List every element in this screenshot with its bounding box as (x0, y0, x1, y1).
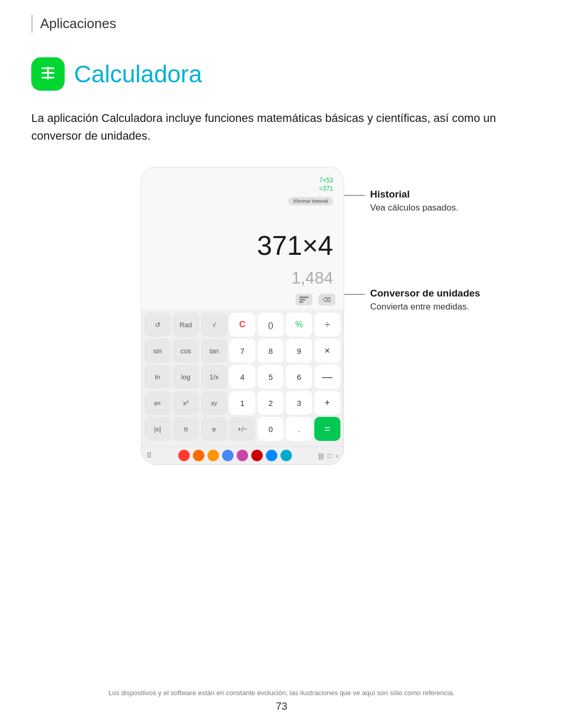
btn-xy[interactable]: xy (201, 391, 227, 415)
taskbar-app-1 (178, 450, 190, 461)
btn-0[interactable]: 0 (258, 417, 284, 441)
page-number: 73 (276, 700, 287, 712)
button-row-2: sin cos tan 7 8 9 × (144, 339, 340, 363)
section-title: Aplicaciones (40, 15, 116, 33)
taskbar-app-4 (222, 450, 234, 461)
btn-percent[interactable]: % (286, 313, 312, 337)
taskbar-app-6 (251, 450, 263, 461)
phone-mockup: 7×53 =371 Eliminar historial 371×4 1,484… (141, 167, 344, 465)
btn-7[interactable]: 7 (229, 339, 255, 363)
btn-1x[interactable]: 1/x (201, 365, 227, 389)
history-past: 7×53 (152, 177, 333, 184)
app-header: Calculadora (31, 57, 202, 91)
btn-decimal[interactable]: . (286, 417, 312, 441)
btn-divide[interactable]: ÷ (314, 313, 340, 337)
calc-buttons: ↺ Rad √ C () % ÷ sin cos tan 7 8 9 × ln (141, 310, 344, 446)
annotation-historial-line: Historial Vea cálculos pasados. (344, 189, 490, 215)
svg-rect-6 (299, 301, 303, 303)
btn-rad[interactable]: Rad (173, 313, 199, 337)
btn-pi[interactable]: π (173, 417, 199, 441)
button-row-1: ↺ Rad √ C () % ÷ (144, 313, 340, 337)
btn-x2[interactable]: x² (173, 391, 199, 415)
annotation-historial-title: Historial (370, 189, 458, 200)
control-row: ⌫ (141, 292, 344, 310)
btn-e[interactable]: e (201, 417, 227, 441)
annotation-historial-text: Historial Vea cálculos pasados. (365, 189, 458, 215)
btn-equals[interactable]: = (314, 417, 340, 441)
app-description: La aplicación Calculadora incluye funcio… (31, 109, 532, 145)
btn-sin[interactable]: sin (144, 339, 170, 363)
annotation-conversor-text: Conversor de unidades Convierta entre me… (365, 288, 480, 314)
btn-negate[interactable]: +/− (229, 417, 255, 441)
display-area: 371×4 1,484 (141, 214, 344, 292)
btn-2[interactable]: 2 (258, 391, 284, 415)
annotation-conversor-title: Conversor de unidades (370, 288, 480, 299)
taskbar-app-3 (207, 450, 219, 461)
btn-5[interactable]: 5 (258, 365, 284, 389)
btn-cos[interactable]: cos (173, 339, 199, 363)
btn-tan[interactable]: tan (201, 339, 227, 363)
annotation-dash-1 (344, 195, 365, 196)
btn-add[interactable]: + (314, 391, 340, 415)
section-border (31, 15, 33, 33)
button-row-3: ln log 1/x 4 5 6 — (144, 365, 340, 389)
history-area: 7×53 =371 Eliminar historial (141, 167, 344, 214)
annotation-conversor: Conversor de unidades Convierta entre me… (344, 288, 490, 314)
delete-button[interactable]: ⌫ (319, 294, 335, 305)
nav-back-icon[interactable]: ‹ (336, 452, 338, 460)
taskbar-app-2 (193, 450, 204, 461)
annotation-conversor-desc: Convierta entre medidas. (370, 301, 480, 314)
nav-bar: ||| □ ‹ (319, 452, 338, 460)
annotations: Historial Vea cálculos pasados. Converso… (344, 167, 490, 334)
history-result: =371 (152, 185, 333, 192)
status-bar: ⠿ ||| □ ‹ (141, 446, 344, 464)
annotation-dash-2 (344, 294, 365, 295)
btn-1[interactable]: 1 (229, 391, 255, 415)
btn-rotate[interactable]: ↺ (144, 313, 170, 337)
btn-subtract[interactable]: — (314, 365, 340, 389)
annotation-conversor-line: Conversor de unidades Convierta entre me… (344, 288, 490, 314)
current-expression: 371×4 (152, 219, 333, 266)
btn-multiply[interactable]: × (314, 339, 340, 363)
btn-6[interactable]: 6 (286, 365, 312, 389)
annotation-historial: Historial Vea cálculos pasados. (344, 189, 490, 215)
btn-log[interactable]: log (173, 365, 199, 389)
btn-ln[interactable]: ln (144, 365, 170, 389)
footer-note: Los dispositivos y el software están en … (31, 689, 532, 697)
btn-ex[interactable]: ex (144, 391, 170, 415)
result-preview: 1,484 (152, 268, 333, 292)
app-icon (31, 57, 65, 91)
unit-converter-button[interactable] (296, 294, 312, 305)
taskbar-app-7 (266, 450, 277, 461)
taskbar-icons (178, 450, 292, 461)
delete-history-button[interactable]: Eliminar historial (288, 197, 333, 205)
taskbar-app-8 (280, 450, 292, 461)
nav-home-icon[interactable]: □ (328, 452, 332, 460)
btn-sqrt[interactable]: √ (201, 313, 227, 337)
breadcrumb: Aplicaciones (31, 15, 116, 33)
svg-rect-5 (299, 299, 305, 301)
annotation-historial-desc: Vea cálculos pasados. (370, 202, 458, 215)
nav-menu-icon[interactable]: ||| (319, 452, 324, 460)
btn-parens[interactable]: () (258, 313, 284, 337)
app-icon-symbol (38, 63, 58, 85)
button-row-4: ex x² xy 1 2 3 + (144, 391, 340, 415)
app-title: Calculadora (74, 60, 202, 88)
btn-abs[interactable]: |x| (144, 417, 170, 441)
button-row-5: |x| π e +/− 0 . = (144, 417, 340, 441)
btn-4[interactable]: 4 (229, 365, 255, 389)
btn-8[interactable]: 8 (258, 339, 284, 363)
app-grid-icon[interactable]: ⠿ (146, 451, 152, 460)
btn-clear[interactable]: C (229, 313, 255, 337)
svg-rect-4 (299, 297, 309, 298)
taskbar-app-5 (237, 450, 248, 461)
btn-3[interactable]: 3 (286, 391, 312, 415)
btn-9[interactable]: 9 (286, 339, 312, 363)
